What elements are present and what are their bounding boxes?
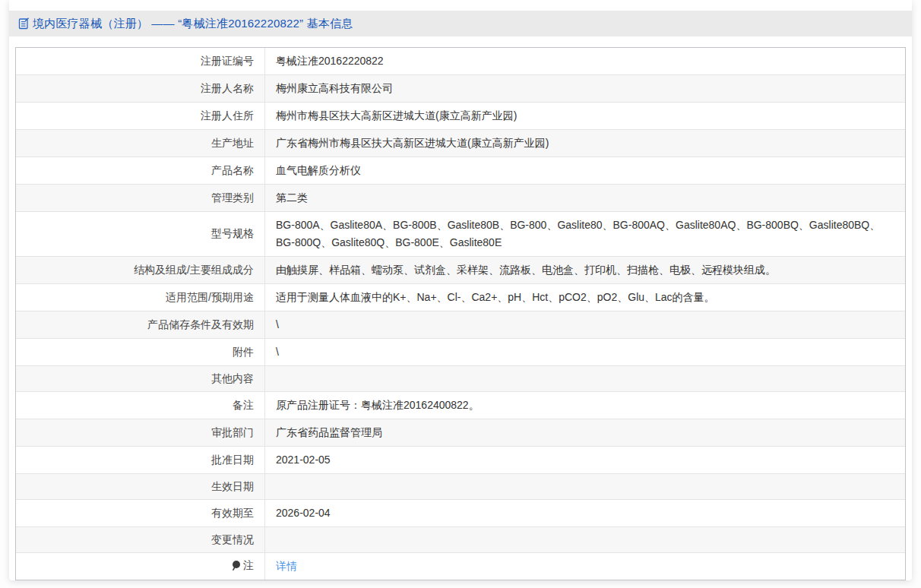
row-value: 由触摸屏、样品箱、蠕动泵、试剂盒、采样架、流路板、电池盒、打印机、扫描枪、电极、… — [276, 264, 776, 276]
row-label: 注册人名称 — [201, 82, 254, 96]
row-label: 产品储存条件及有效期 — [147, 318, 254, 332]
table-row: 注册人名称 梅州康立高科技有限公司 — [16, 74, 905, 102]
row-value: 广东省药品监督管理局 — [276, 426, 382, 438]
table-row: 生效日期 — [16, 473, 905, 499]
balloon-icon — [232, 560, 241, 571]
table-row: 审批部门 广东省药品监督管理局 — [16, 419, 905, 446]
table-row: 注册人住所 梅州市梅县区扶大高新区进城大道(康立高新产业园) — [16, 102, 905, 129]
row-label: 注 — [243, 559, 254, 573]
row-label: 产品名称 — [211, 164, 254, 178]
row-value: 2026-02-04 — [276, 507, 331, 519]
page-header: 境内医疗器械（注册） —— “粤械注准20162220822” 基本信息 — [9, 11, 912, 36]
row-value: 第二类 — [276, 191, 308, 204]
page-title: 境内医疗器械（注册） —— “粤械注准20162220822” 基本信息 — [33, 17, 353, 31]
row-value: 粤械注准20162220822 — [276, 55, 384, 67]
row-value: 适用于测量人体血液中的K+、Na+、Cl-、Ca2+、pH、Hct、pCO2、p… — [276, 291, 715, 303]
table-row: 变更情况 — [16, 526, 905, 552]
row-value: 梅州市梅县区扶大高新区进城大道(康立高新产业园) — [276, 109, 517, 122]
row-value: 广东省梅州市梅县区扶大高新区进城大道(康立高新产业园) — [276, 137, 549, 149]
info-card: 境内医疗器械（注册） —— “粤械注准20162220822” 基本信息 注册证… — [9, 0, 912, 580]
row-value: 血气电解质分析仪 — [276, 164, 361, 176]
row-label: 适用范围/预期用途 — [166, 291, 254, 305]
row-label: 审批部门 — [211, 426, 254, 440]
table-row: 适用范围/预期用途 适用于测量人体血液中的K+、Na+、Cl-、Ca2+、pH、… — [16, 283, 905, 311]
table-row: 型号规格 BG-800A、Gaslite80A、BG-800B、Gaslite8… — [16, 211, 905, 256]
table-row: 结构及组成/主要组成成分 由触摸屏、样品箱、蠕动泵、试剂盒、采样架、流路板、电池… — [16, 256, 905, 283]
row-value: 2021-02-05 — [276, 454, 331, 466]
table-row: 批准日期 2021-02-05 — [16, 446, 905, 473]
table-row: 附件 \ — [16, 338, 905, 365]
table-row: 产品名称 血气电解质分析仪 — [16, 156, 905, 184]
row-label: 有效期至 — [211, 507, 254, 520]
table-row: 产品储存条件及有效期 \ — [16, 311, 905, 338]
document-icon — [18, 17, 30, 30]
row-label: 注册人住所 — [201, 109, 254, 123]
row-label: 生产地址 — [211, 137, 254, 150]
info-table-wrap: 注册证编号 粤械注准20162220822 注册人名称 梅州康立高科技有限公司 — [15, 47, 906, 580]
row-value: \ — [276, 346, 279, 358]
row-label: 附件 — [233, 346, 254, 359]
row-value: 梅州康立高科技有限公司 — [276, 82, 393, 94]
row-label: 管理类别 — [211, 191, 254, 205]
row-label: 注册证编号 — [201, 55, 254, 68]
table-row: 注册证编号 粤械注准20162220822 — [16, 48, 905, 74]
info-table: 注册证编号 粤械注准20162220822 注册人名称 梅州康立高科技有限公司 — [16, 48, 905, 580]
row-label: 其他内容 — [211, 372, 254, 386]
row-label: 结构及组成/主要组成成分 — [134, 264, 254, 277]
table-row: 生产地址 广东省梅州市梅县区扶大高新区进城大道(康立高新产业园) — [16, 129, 905, 156]
details-link[interactable]: 详情 — [276, 560, 297, 572]
row-label: 批准日期 — [211, 454, 254, 467]
table-row: 管理类别 第二类 — [16, 184, 905, 211]
table-row: 注 详情 — [16, 552, 905, 580]
table-row: 有效期至 2026-02-04 — [16, 499, 905, 526]
table-row: 备注 原产品注册证号：粤械注准20162400822。 — [16, 391, 905, 419]
row-label: 型号规格 — [211, 227, 254, 241]
row-label: 生效日期 — [211, 480, 254, 494]
row-value: \ — [276, 318, 279, 330]
row-value: BG-800A、Gaslite80A、BG-800B、Gaslite80B、BG… — [276, 219, 880, 248]
row-value: 原产品注册证号：粤械注准20162400822。 — [276, 399, 479, 411]
row-label: 变更情况 — [211, 533, 254, 547]
row-label: 备注 — [233, 399, 254, 413]
table-row: 其他内容 — [16, 365, 905, 391]
